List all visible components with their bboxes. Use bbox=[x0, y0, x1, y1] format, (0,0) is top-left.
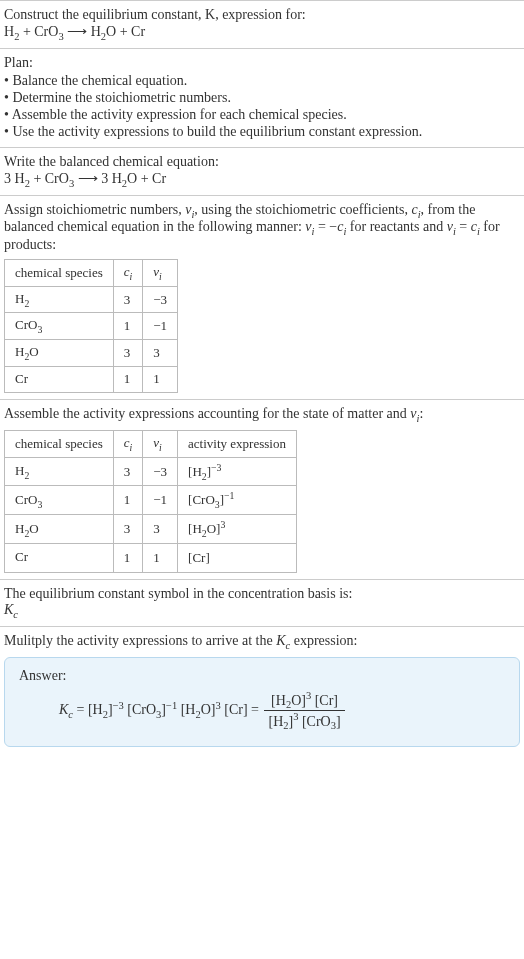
text: [H bbox=[88, 702, 103, 717]
cell-activity: [CrO3]−1 bbox=[178, 486, 297, 515]
table-row: H2 3 −3 [H2]−3 bbox=[5, 457, 297, 486]
superscript: −3 bbox=[211, 462, 221, 473]
symbol-section: The equilibrium constant symbol in the c… bbox=[0, 579, 524, 626]
text: [Cr] bbox=[315, 692, 338, 707]
cell-nui: 1 bbox=[143, 366, 178, 393]
reaction-arrow: ⟶ bbox=[64, 24, 91, 39]
subscript: i bbox=[130, 442, 133, 453]
subscript: i bbox=[159, 271, 162, 282]
eq: = bbox=[456, 219, 471, 234]
text: [H bbox=[181, 702, 196, 717]
table-row: H2O 3 3 [H2O]3 bbox=[5, 515, 297, 544]
col-activity: activity expression bbox=[178, 430, 297, 457]
col-nui: νi bbox=[143, 260, 178, 287]
table-row: Cr 1 1 bbox=[5, 366, 178, 393]
superscript: −3 bbox=[113, 699, 124, 710]
text: Mulitply the activity expressions to arr… bbox=[4, 633, 276, 648]
col-species: chemical species bbox=[5, 260, 114, 287]
reaction-arrow: ⟶ bbox=[74, 171, 101, 186]
plan-item: Balance the chemical equation. bbox=[4, 73, 520, 89]
text: H bbox=[15, 521, 24, 536]
intro-equation: H2 + CrO3 ⟶ H2O + Cr bbox=[4, 23, 520, 42]
text: Assign stoichiometric numbers, bbox=[4, 202, 185, 217]
species-h2: H bbox=[4, 24, 14, 39]
text: O] bbox=[201, 702, 216, 717]
plan-item: Determine the stoichiometric numbers. bbox=[4, 90, 520, 106]
text: H bbox=[15, 291, 24, 306]
text: [CrO bbox=[127, 702, 156, 717]
cell-nui: −3 bbox=[143, 286, 178, 313]
text: Assemble the activity expressions accoun… bbox=[4, 406, 410, 421]
cell-ci: 3 bbox=[113, 515, 143, 544]
text: [CrO bbox=[188, 493, 215, 508]
superscript: 3 bbox=[215, 699, 220, 710]
activity-text: Assemble the activity expressions accoun… bbox=[4, 406, 520, 424]
text: for reactants and bbox=[346, 219, 446, 234]
subscript: 3 bbox=[37, 498, 42, 509]
plan-item: Use the activity expressions to build th… bbox=[4, 124, 520, 140]
assign-section: Assign stoichiometric numbers, νi, using… bbox=[0, 195, 524, 400]
K: K bbox=[276, 633, 285, 648]
text: [H bbox=[188, 522, 202, 537]
cell-nui: 1 bbox=[143, 544, 178, 573]
col-ci: ci bbox=[113, 260, 143, 287]
cell-species: CrO3 bbox=[5, 486, 114, 515]
intro-line1: Construct the equilibrium constant, K, e… bbox=[4, 7, 520, 23]
balanced-section: Write the balanced chemical equation: 3 … bbox=[0, 147, 524, 195]
text: CrO bbox=[15, 317, 37, 332]
coef-species: 3 H bbox=[101, 171, 122, 186]
text: [Cr] bbox=[224, 702, 247, 717]
subscript: i bbox=[130, 271, 133, 282]
cell-ci: 3 bbox=[113, 286, 143, 313]
table-header-row: chemical species ci νi activity expressi… bbox=[5, 430, 297, 457]
text: , using the stoichiometric coefficients, bbox=[194, 202, 411, 217]
cell-ci: 3 bbox=[113, 457, 143, 486]
text: [H bbox=[188, 464, 202, 479]
symbol-text: The equilibrium constant symbol in the c… bbox=[4, 586, 520, 602]
cell-species: Cr bbox=[5, 366, 114, 393]
cell-nui: −3 bbox=[143, 457, 178, 486]
cell-species: CrO3 bbox=[5, 313, 114, 340]
K: K bbox=[4, 602, 13, 617]
cell-activity: [H2]−3 bbox=[178, 457, 297, 486]
text: [H bbox=[271, 692, 286, 707]
multiply-section: Mulitply the activity expressions to arr… bbox=[0, 626, 524, 753]
text: CrO bbox=[15, 492, 37, 507]
intro-text: Construct the equilibrium constant, K, e… bbox=[4, 7, 306, 22]
text: O] bbox=[207, 522, 221, 537]
col-ci: ci bbox=[113, 430, 143, 457]
table-row: CrO3 1 −1 [CrO3]−1 bbox=[5, 486, 297, 515]
activity-section: Assemble the activity expressions accoun… bbox=[0, 399, 524, 579]
plan-list: Balance the chemical equation. Determine… bbox=[4, 73, 520, 140]
K: K bbox=[59, 702, 68, 717]
cell-activity: [H2O]3 bbox=[178, 515, 297, 544]
text: [CrO bbox=[302, 714, 331, 729]
text: Cr bbox=[15, 549, 28, 564]
fraction: [H2O]3 [Cr][H2]3 [CrO3] bbox=[264, 690, 344, 732]
text: H bbox=[15, 463, 24, 478]
eq: = bbox=[248, 702, 263, 717]
plan-item: Assemble the activity expression for eac… bbox=[4, 107, 520, 123]
text: ] bbox=[336, 714, 341, 729]
numerator: [H2O]3 [Cr] bbox=[264, 690, 344, 711]
cell-activity: [Cr] bbox=[178, 544, 297, 573]
text: Cr bbox=[15, 371, 28, 386]
table-header-row: chemical species ci νi bbox=[5, 260, 178, 287]
answer-equation: Kc = [H2]−3 [CrO3]−1 [H2O]3 [Cr] = [H2O]… bbox=[19, 690, 505, 732]
superscript: −1 bbox=[166, 699, 177, 710]
intro-section: Construct the equilibrium constant, K, e… bbox=[0, 0, 524, 48]
eq: = bbox=[73, 702, 88, 717]
text: expression: bbox=[290, 633, 357, 648]
species-h2o: H bbox=[91, 24, 101, 39]
cell-ci: 1 bbox=[113, 366, 143, 393]
symbol-kc: Kc bbox=[4, 602, 520, 620]
coef-species: 3 H bbox=[4, 171, 25, 186]
cell-species: Cr bbox=[5, 544, 114, 573]
text: : bbox=[419, 406, 423, 421]
species-cro3: CrO bbox=[34, 24, 58, 39]
cell-species: H2 bbox=[5, 286, 114, 313]
table-row: CrO3 1 −1 bbox=[5, 313, 178, 340]
subscript: c bbox=[13, 609, 18, 620]
col-species: chemical species bbox=[5, 430, 114, 457]
cell-nui: 3 bbox=[143, 339, 178, 366]
